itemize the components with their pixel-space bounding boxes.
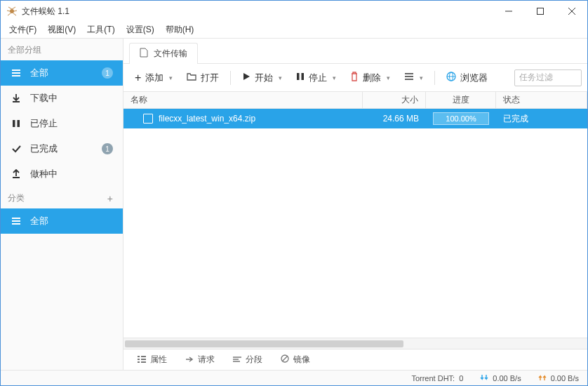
sidebar-item-completed[interactable]: 已完成 1: [1, 136, 123, 161]
svg-rect-2: [537, 8, 543, 15]
arrow-right-icon: [185, 355, 194, 365]
sidebar-category-all[interactable]: 全部: [1, 208, 123, 234]
btab-label: 请求: [198, 354, 215, 366]
col-status[interactable]: 状态: [496, 92, 587, 108]
btab-segments[interactable]: 分段: [226, 351, 269, 368]
statusbar: Torrent DHT: 0 0.00 B/s 0.00 B/s: [1, 370, 587, 385]
circle-slash-icon: [281, 354, 289, 365]
stop-button[interactable]: 停止 ▾: [290, 68, 342, 88]
start-label: 开始: [255, 72, 273, 84]
dht-label: Torrent DHT:: [411, 374, 455, 382]
col-progress[interactable]: 进度: [426, 92, 496, 108]
list-icon: [138, 355, 146, 365]
btab-mirror[interactable]: 镜像: [274, 351, 317, 368]
maximize-button[interactable]: [524, 1, 556, 22]
sidebar-item-label: 已停止: [30, 117, 58, 130]
titlebar: 文件蜈蚣 1.1: [1, 1, 587, 22]
down-arrows-icon: [480, 373, 488, 383]
filter-input[interactable]: 任务过滤: [514, 69, 582, 86]
menu-file[interactable]: 文件(F): [5, 22, 41, 37]
file-progress-cell: 100.00%: [426, 112, 496, 125]
svg-line-31: [282, 356, 288, 361]
svg-rect-14: [302, 73, 305, 80]
open-button[interactable]: 打开: [181, 68, 225, 88]
col-size[interactable]: 大小: [363, 92, 426, 108]
check-icon: [11, 144, 22, 154]
table-row[interactable]: filecxx_latest_win_x64.zip 24.66 MB 100.…: [123, 109, 587, 128]
close-button[interactable]: [556, 1, 587, 22]
svg-rect-9: [18, 120, 20, 127]
menu-view[interactable]: 视图(V): [44, 22, 80, 37]
sidebar: 全部分组 全部 1 下载中 已停止 已完成 1 做种中 分类 +: [1, 39, 123, 370]
sidebar-item-all[interactable]: 全部 1: [1, 60, 123, 86]
sidebar-item-label: 全部: [30, 215, 48, 227]
btab-label: 属性: [150, 354, 167, 366]
btab-request[interactable]: 请求: [178, 351, 222, 368]
minimize-button[interactable]: [493, 1, 524, 22]
stop-label: 停止: [309, 72, 327, 84]
file-size: 24.66 MB: [363, 114, 426, 124]
add-category-button[interactable]: +: [105, 193, 116, 204]
pause-icon: [11, 119, 22, 128]
grid-header: 名称 大小 进度 状态: [123, 92, 587, 109]
trash-icon: [350, 72, 359, 84]
dht-value: 0: [459, 374, 463, 382]
file-status: 已完成: [496, 113, 587, 125]
browser-label: 浏览器: [460, 72, 488, 84]
tab-transfers[interactable]: 文件传输: [129, 43, 198, 64]
delete-button[interactable]: 删除 ▾: [345, 68, 396, 88]
file-name: filecxx_latest_win_x64.zip: [159, 114, 255, 124]
menu-tools[interactable]: 工具(T): [83, 22, 119, 37]
chevron-down-icon: ▾: [420, 74, 423, 81]
folder-icon: [187, 72, 196, 83]
progress-bar: 100.00%: [433, 112, 489, 125]
menubar: 文件(F) 视图(V) 工具(T) 设置(S) 帮助(H): [1, 22, 587, 39]
sidebar-item-stopped[interactable]: 已停止: [1, 111, 123, 136]
segments-icon: [233, 355, 241, 365]
btab-label: 镜像: [293, 354, 310, 366]
separator: [434, 71, 435, 85]
sidebar-item-seeding[interactable]: 做种中: [1, 161, 123, 187]
scrollbar-thumb[interactable]: [125, 340, 403, 347]
pause-icon: [296, 72, 305, 83]
toolbar: + 添加 ▾ 打开 开始 ▾ 停止 ▾ 删除 ▾: [123, 64, 587, 92]
more-button[interactable]: ▾: [399, 68, 429, 88]
chevron-down-icon: ▾: [169, 74, 173, 81]
btab-properties[interactable]: 属性: [131, 351, 174, 368]
svg-rect-24: [141, 359, 146, 360]
horizontal-scrollbar[interactable]: [123, 338, 587, 349]
status-up-speed: 0.00 B/s: [538, 373, 579, 383]
svg-rect-8: [13, 120, 15, 127]
delete-label: 删除: [363, 72, 381, 84]
hamburger-icon: [11, 216, 22, 226]
play-icon: [242, 72, 250, 83]
start-button[interactable]: 开始 ▾: [236, 68, 288, 88]
sidebar-item-label: 已完成: [30, 142, 58, 155]
sidebar-item-downloading[interactable]: 下载中: [1, 86, 123, 111]
main-panel: 文件传输 + 添加 ▾ 打开 开始 ▾ 停止 ▾: [123, 39, 587, 370]
menu-settings[interactable]: 设置(S): [122, 22, 159, 37]
sidebar-badge: 1: [102, 143, 113, 154]
sidebar-badge: 1: [102, 67, 113, 79]
svg-rect-21: [138, 356, 140, 357]
btab-label: 分段: [246, 354, 262, 366]
menu-help[interactable]: 帮助(H): [161, 22, 199, 37]
app-icon: [6, 6, 18, 17]
status-dht: Torrent DHT: 0: [411, 374, 463, 382]
filter-placeholder: 任务过滤: [519, 72, 553, 84]
bottom-tabs: 属性 请求 分段 镜像: [123, 349, 587, 370]
svg-rect-26: [141, 361, 146, 363]
add-label: 添加: [145, 72, 163, 84]
sidebar-item-label: 全部: [30, 67, 48, 79]
download-icon: [11, 93, 22, 103]
file-icon: [140, 48, 148, 60]
globe-icon: [446, 72, 456, 84]
down-speed: 0.00 B/s: [493, 374, 521, 382]
file-icon: [143, 114, 153, 124]
grid-body[interactable]: filecxx_latest_win_x64.zip 24.66 MB 100.…: [123, 109, 587, 338]
col-name[interactable]: 名称: [123, 92, 363, 108]
svg-rect-22: [141, 356, 146, 357]
svg-point-0: [10, 9, 14, 13]
browser-button[interactable]: 浏览器: [441, 68, 493, 88]
add-button[interactable]: + 添加 ▾: [129, 68, 178, 88]
